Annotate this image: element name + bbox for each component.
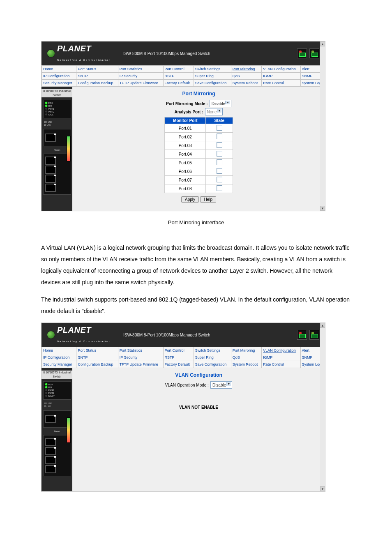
nav-item-port-mirroring[interactable]: Port Mirroring xyxy=(231,347,262,354)
nav-item-rstp[interactable]: RSTP xyxy=(163,354,194,361)
nav-item-switch-settings[interactable]: Switch Settings xyxy=(194,66,231,73)
nav-item-super-ring[interactable]: Super Ring xyxy=(194,354,231,361)
legend-icon-1 xyxy=(297,330,307,340)
brand-name: PLANET xyxy=(57,44,91,53)
nav-item-ip-configuration[interactable]: IP Configuration xyxy=(42,354,76,361)
state-checkbox[interactable] xyxy=(217,177,222,182)
nav-item-switch-settings[interactable]: Switch Settings xyxy=(194,347,231,354)
mirror-mode-select[interactable]: Disable xyxy=(210,100,231,107)
nav-item-rate-control[interactable]: Rate Control xyxy=(262,361,300,368)
state-checkbox[interactable] xyxy=(217,159,222,165)
vlan-mode-label: VLAN Operation Mode : xyxy=(165,383,209,387)
nav-item-port-mirroring[interactable]: Port Mirroring xyxy=(231,66,262,73)
legend-icon-2 xyxy=(309,48,319,58)
brand-logo: PLANET Networking & Communication xyxy=(47,44,111,63)
nav-item-qos[interactable]: QoS xyxy=(231,73,262,80)
led-fault: FAULT xyxy=(45,395,69,398)
nav-item-rstp[interactable]: RSTP xyxy=(163,73,194,80)
meter-label: 100 LNK 10 LNK xyxy=(42,402,72,408)
nav-item-configuration-backup[interactable]: Configuration Backup xyxy=(76,361,118,368)
port-cell: Port.07 xyxy=(165,176,206,184)
apply-button[interactable]: Apply xyxy=(181,196,199,203)
table-row: Port.05 xyxy=(165,159,233,167)
nav-item-save-configuration[interactable]: Save Configuration xyxy=(194,80,231,87)
nav-item-home[interactable]: Home xyxy=(42,347,76,354)
app-header: PLANET Networking & Communication ISW-80… xyxy=(42,41,325,65)
brand-sub: Networking & Communication xyxy=(57,59,111,61)
table-row: Port.02 xyxy=(165,133,233,141)
nav-item-super-ring[interactable]: Super Ring xyxy=(194,73,231,80)
nav-item-factory-default[interactable]: Factory Default xyxy=(163,80,194,87)
nav-item-port-statistics[interactable]: Port Statistics xyxy=(118,66,163,73)
led-pwr2: PWR2 xyxy=(45,392,69,395)
state-checkbox[interactable] xyxy=(217,134,222,139)
nav-item-vlan-configuration[interactable]: VLAN Configuration xyxy=(262,66,300,73)
led-pwr2: PWR2 xyxy=(45,111,69,113)
port-cell: Port.02 xyxy=(165,133,206,141)
scrollbar[interactable] xyxy=(320,41,325,211)
scrollbar[interactable] xyxy=(320,323,325,491)
nav-item-security-manager[interactable]: Security Manager xyxy=(42,80,76,87)
state-checkbox[interactable] xyxy=(217,151,222,157)
led-fault: FAULT xyxy=(45,113,69,116)
nav-item-ip-configuration[interactable]: IP Configuration xyxy=(42,73,76,80)
nav-item-sntp[interactable]: SNTP xyxy=(76,73,118,80)
led-pwr1: PWR1 xyxy=(45,389,69,392)
led-pok: P.OK xyxy=(45,383,69,386)
nav-item-factory-default[interactable]: Factory Default xyxy=(163,361,194,368)
nav-item-rate-control[interactable]: Rate Control xyxy=(262,80,300,87)
port-illustration xyxy=(45,415,56,423)
nav-item-save-configuration[interactable]: Save Configuration xyxy=(194,361,231,368)
state-checkbox[interactable] xyxy=(217,168,222,174)
port-table: Monitor Port State Port.01Port.02Port.03… xyxy=(164,117,233,193)
nav-item-system-reboot[interactable]: System Reboot xyxy=(231,361,262,368)
globe-icon xyxy=(47,50,55,57)
nav-item-ip-security[interactable]: IP Security xyxy=(118,73,163,80)
port-illustration xyxy=(45,134,56,142)
nav-item-configuration-backup[interactable]: Configuration Backup xyxy=(76,80,118,87)
device-panel: 8 10/100TX Industrial Switch P.OKR.MPWR1… xyxy=(42,368,72,491)
nav-item-tftp-update-firmware[interactable]: TFTP Update Firmware xyxy=(118,80,163,87)
nav-item-igmp[interactable]: IGMP xyxy=(262,354,300,361)
nav-item-system-reboot[interactable]: System Reboot xyxy=(231,80,262,87)
scroll-down[interactable]: ▼ xyxy=(320,206,325,211)
nav-item-qos[interactable]: QoS xyxy=(231,354,262,361)
port-cell: Port.04 xyxy=(165,150,206,159)
screenshot-port-mirroring: ▲ ▼ PLANET Networking & Communication IS… xyxy=(41,41,325,211)
state-checkbox[interactable] xyxy=(217,125,222,131)
page-title: Port Mirroring xyxy=(81,91,317,97)
vlan-not-enabled: VLAN NOT ENABLE xyxy=(81,405,317,410)
state-checkbox[interactable] xyxy=(217,185,222,191)
nav-item-vlan-configuration[interactable]: VLAN Configuration xyxy=(262,347,300,354)
scroll-up[interactable]: ▲ xyxy=(320,41,325,46)
nav-menu: HomePort StatusPort StatisticsPort Contr… xyxy=(42,347,325,368)
legend-icon-2 xyxy=(309,330,319,340)
col-monitor-port: Monitor Port xyxy=(165,117,206,124)
nav-item-port-statistics[interactable]: Port Statistics xyxy=(118,347,163,354)
help-button[interactable]: Help xyxy=(200,196,216,203)
nav-item-port-control[interactable]: Port Control xyxy=(163,66,194,73)
globe-icon xyxy=(47,331,55,339)
analysis-port-label: Analysis Port : xyxy=(175,110,203,114)
nav-item-port-status[interactable]: Port Status xyxy=(76,347,118,354)
brand-logo: PLANET Networking & Communication xyxy=(47,325,111,344)
analysis-port-select[interactable]: None xyxy=(205,108,223,115)
nav-item-ip-security[interactable]: IP Security xyxy=(118,354,163,361)
nav-item-sntp[interactable]: SNTP xyxy=(76,354,118,361)
nav-item-igmp[interactable]: IGMP xyxy=(262,73,300,80)
side-meter xyxy=(67,417,71,443)
screenshot-vlan-config: ▲ ▼ PLANET Networking & Communication IS… xyxy=(41,322,325,492)
state-checkbox[interactable] xyxy=(217,142,222,148)
nav-item-port-status[interactable]: Port Status xyxy=(76,66,118,73)
scroll-down[interactable]: ▼ xyxy=(320,486,325,491)
nav-item-port-control[interactable]: Port Control xyxy=(163,347,194,354)
table-row: Port.03 xyxy=(165,141,233,150)
nav-item-home[interactable]: Home xyxy=(42,66,76,73)
scroll-up[interactable]: ▲ xyxy=(320,323,325,328)
vlan-mode-select[interactable]: Disable xyxy=(210,381,232,389)
col-state: State xyxy=(206,117,233,124)
nav-item-security-manager[interactable]: Security Manager xyxy=(42,361,76,368)
table-row: Port.01 xyxy=(165,124,233,133)
product-title: ISW-800M 8-Port 10/100Mbps Managed Switc… xyxy=(111,333,297,337)
nav-item-tftp-update-firmware[interactable]: TFTP Update Firmware xyxy=(118,361,163,368)
